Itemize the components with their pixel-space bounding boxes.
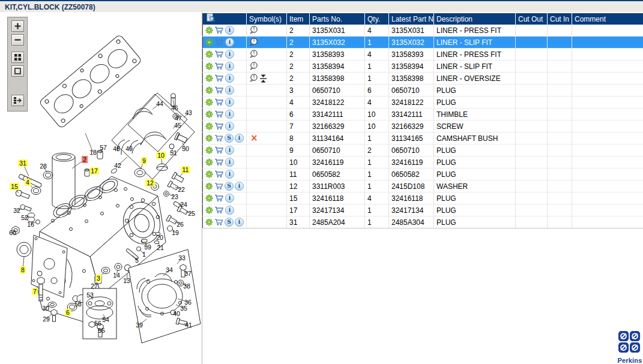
table-row[interactable]: Si123311R00312415D108WASHER (203, 181, 643, 192)
info-icon[interactable]: i (235, 218, 244, 227)
info-icon[interactable]: i (225, 50, 234, 59)
diagram-callout-41[interactable]: 41 (184, 321, 193, 329)
table-row[interactable]: i1532416118432416118PLUG (203, 192, 643, 204)
table-row[interactable]: Si312485A20412485A304PLUG (203, 216, 643, 228)
info-icon[interactable]: i (225, 62, 234, 71)
diagram-callout-58[interactable]: 58 (73, 300, 83, 308)
diagram-callout-43[interactable]: 43 (184, 109, 193, 116)
diagram-callout-27[interactable]: 27 (89, 282, 99, 290)
diagram-callout-51[interactable]: 51 (169, 149, 178, 157)
gear-icon[interactable] (205, 218, 213, 226)
cart-icon[interactable] (214, 110, 224, 118)
info-icon[interactable]: i (235, 134, 244, 143)
diagram-callout-18[interactable]: 18 (88, 149, 98, 156)
column-header-item[interactable]: Item (287, 13, 310, 25)
diagram-callout-19[interactable]: 19 (171, 229, 180, 236)
gear-icon[interactable] (205, 74, 213, 82)
info-icon[interactable]: i (225, 98, 234, 107)
diagram-callout-11[interactable]: 11 (181, 166, 190, 173)
column-header-cut_in[interactable]: Cut In (548, 13, 572, 25)
diagram-callout-60[interactable]: 60 (8, 229, 17, 236)
diagram-callout-23[interactable]: 23 (170, 193, 180, 200)
diagram-callout-5[interactable]: 5 (134, 257, 140, 264)
diagram-callout-14[interactable]: 14 (112, 272, 121, 279)
diagram-callout-46[interactable]: 46 (170, 104, 180, 112)
diagram-callout-55[interactable]: 55 (97, 327, 106, 334)
actual-size-button[interactable] (11, 65, 24, 77)
cart-icon[interactable] (214, 206, 224, 214)
info-icon[interactable]: i (225, 26, 234, 35)
cart-icon[interactable] (214, 182, 223, 190)
diagram-callout-32[interactable]: 32 (12, 207, 22, 214)
gear-icon[interactable] (205, 182, 213, 190)
diagram-callout-26[interactable]: 26 (175, 221, 185, 228)
cart-icon[interactable] (214, 38, 224, 46)
diagram-callout-45[interactable]: 45 (173, 122, 183, 129)
table-row[interactable]: i!231358394131358394LINER - SLIP FIT (203, 61, 643, 73)
toggle-parts-list-button[interactable] (11, 95, 24, 106)
gear-icon[interactable] (205, 170, 213, 178)
diagram-callout-29[interactable]: 29 (41, 315, 51, 323)
diagram-callout-59[interactable]: 59 (143, 243, 152, 251)
diagram-callout-4[interactable]: 4 (25, 179, 31, 186)
column-header-actions[interactable] (203, 13, 247, 25)
table-row[interactable]: i11065058210650582PLUG (203, 169, 643, 181)
info-icon[interactable]: i (225, 206, 234, 215)
gear-icon[interactable] (205, 110, 213, 118)
diagram-callout-40[interactable]: 40 (172, 310, 181, 317)
diagram-callout-20[interactable]: 20 (155, 234, 165, 241)
table-row[interactable]: i1032416119132416119PLUG (203, 157, 643, 169)
gear-icon[interactable] (205, 26, 213, 34)
cart-icon[interactable] (214, 134, 223, 142)
diagram-callout-44[interactable]: 44 (155, 100, 165, 107)
diagram-callout-48[interactable]: 48 (112, 145, 121, 152)
cart-icon[interactable] (214, 146, 224, 154)
fit-page-button[interactable] (11, 52, 24, 63)
diagram-callout-21[interactable]: 21 (155, 244, 165, 251)
column-header-qty[interactable]: Qty. (365, 13, 389, 25)
column-header-desc[interactable]: Description (434, 13, 516, 25)
cart-icon[interactable] (214, 158, 224, 166)
cart-icon[interactable] (214, 86, 224, 94)
gear-icon[interactable] (205, 86, 213, 94)
info-icon[interactable]: i (225, 122, 234, 131)
gear-icon[interactable] (205, 62, 213, 70)
column-header-latest[interactable]: Latest Part No. (389, 13, 434, 25)
table-row[interactable]: Si×831134164131134165CAMSHAFT BUSH (203, 133, 643, 145)
gear-icon[interactable] (205, 134, 213, 142)
diagram-callout-47[interactable]: 47 (174, 115, 183, 122)
diagram-callout-28[interactable]: 28 (38, 163, 48, 170)
diagram-callout-42[interactable]: 42 (113, 162, 122, 169)
cart-icon[interactable] (214, 26, 224, 34)
table-row[interactable]: i!23135X03213135X032LINER - SLIP FIT (203, 37, 643, 49)
cart-icon[interactable] (214, 98, 224, 106)
diagram-callout-33[interactable]: 33 (177, 254, 187, 261)
diagram-callout-39[interactable]: 39 (134, 321, 144, 329)
diagram-callout-7[interactable]: 7 (32, 288, 38, 295)
gear-icon[interactable] (205, 158, 213, 166)
table-row[interactable]: i7321663291032166329SCREW (203, 121, 643, 133)
diagram-callout-57[interactable]: 57 (98, 144, 108, 151)
diagram-callout-25[interactable]: 25 (187, 210, 196, 217)
cart-icon[interactable] (214, 194, 224, 202)
diagram-callout-10[interactable]: 10 (156, 152, 166, 159)
info-icon[interactable]: i (225, 86, 234, 95)
gear-icon[interactable] (205, 146, 213, 154)
info-icon[interactable]: i (225, 110, 234, 119)
gear-icon[interactable] (205, 38, 213, 46)
column-header-parts_no[interactable]: Parts No. (310, 13, 365, 25)
supersession-icon[interactable]: S (225, 134, 234, 143)
zoom-out-button[interactable] (11, 34, 24, 46)
diagram-callout-9[interactable]: 9 (141, 157, 147, 164)
table-row[interactable]: i1732417134132417134PLUG (203, 204, 643, 216)
table-row[interactable]: i3065071060650710PLUG (203, 85, 643, 97)
diagram-callout-3[interactable]: 3 (95, 275, 101, 282)
gear-icon[interactable] (205, 98, 213, 106)
diagram-callout-1[interactable]: 1 (141, 251, 147, 258)
table-row[interactable]: i!231358398131358398LINER - OVERSIZE (203, 73, 643, 85)
table-row[interactable]: i!23135X03143135X031LINER - PRESS FIT (203, 25, 643, 37)
gear-icon[interactable] (205, 194, 213, 202)
diagram-callout-49[interactable]: 49 (124, 145, 134, 152)
column-header-comment[interactable]: Comment (572, 13, 643, 25)
diagram-callout-38[interactable]: 38 (182, 282, 192, 290)
